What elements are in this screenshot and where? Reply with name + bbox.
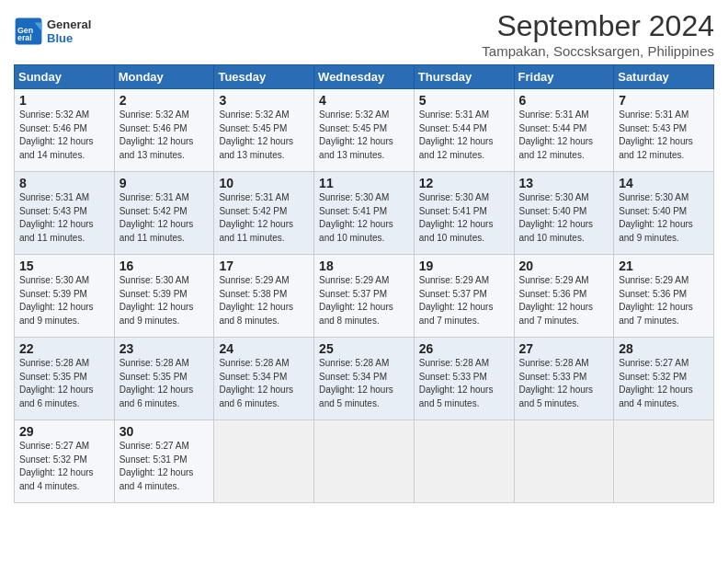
table-row: 3Sunrise: 5:32 AM Sunset: 5:45 PM Daylig… xyxy=(214,89,314,172)
location-title: Tampakan, Soccsksargen, Philippines xyxy=(482,43,714,59)
calendar-header-row: Sunday Monday Tuesday Wednesday Thursday… xyxy=(15,65,714,89)
day-number: 27 xyxy=(519,341,609,356)
table-row: 19Sunrise: 5:29 AM Sunset: 5:37 PM Dayli… xyxy=(414,255,514,338)
day-number: 30 xyxy=(119,424,210,439)
calendar-table: Sunday Monday Tuesday Wednesday Thursday… xyxy=(14,64,714,503)
day-info: Sunrise: 5:32 AM Sunset: 5:46 PM Dayligh… xyxy=(19,109,109,162)
day-number: 16 xyxy=(119,259,210,273)
day-number: 25 xyxy=(319,341,409,356)
table-row: 17Sunrise: 5:29 AM Sunset: 5:38 PM Dayli… xyxy=(214,255,314,338)
calendar-week-row: 1Sunrise: 5:32 AM Sunset: 5:46 PM Daylig… xyxy=(15,89,714,172)
table-row: 7Sunrise: 5:31 AM Sunset: 5:43 PM Daylig… xyxy=(614,89,714,172)
calendar-week-row: 8Sunrise: 5:31 AM Sunset: 5:43 PM Daylig… xyxy=(15,172,714,255)
table-row xyxy=(314,420,415,503)
day-info: Sunrise: 5:29 AM Sunset: 5:38 PM Dayligh… xyxy=(219,274,309,327)
logo-line2: Blue xyxy=(47,31,91,45)
table-row: 1Sunrise: 5:32 AM Sunset: 5:46 PM Daylig… xyxy=(15,89,115,172)
day-number: 24 xyxy=(219,341,309,356)
col-saturday: Saturday xyxy=(614,65,714,89)
table-row: 2Sunrise: 5:32 AM Sunset: 5:46 PM Daylig… xyxy=(114,89,214,172)
table-row: 18Sunrise: 5:29 AM Sunset: 5:37 PM Dayli… xyxy=(314,255,415,338)
table-row: 14Sunrise: 5:30 AM Sunset: 5:40 PM Dayli… xyxy=(614,172,714,255)
day-info: Sunrise: 5:30 AM Sunset: 5:40 PM Dayligh… xyxy=(619,191,709,245)
day-number: 17 xyxy=(219,259,309,273)
day-info: Sunrise: 5:30 AM Sunset: 5:41 PM Dayligh… xyxy=(419,191,509,245)
day-info: Sunrise: 5:31 AM Sunset: 5:43 PM Dayligh… xyxy=(619,109,709,162)
day-info: Sunrise: 5:31 AM Sunset: 5:44 PM Dayligh… xyxy=(419,109,509,162)
calendar-week-row: 29Sunrise: 5:27 AM Sunset: 5:32 PM Dayli… xyxy=(15,420,714,503)
table-row: 11Sunrise: 5:30 AM Sunset: 5:41 PM Dayli… xyxy=(314,172,415,255)
table-row: 29Sunrise: 5:27 AM Sunset: 5:32 PM Dayli… xyxy=(15,420,115,503)
day-number: 20 xyxy=(519,259,609,273)
table-row: 30Sunrise: 5:27 AM Sunset: 5:31 PM Dayli… xyxy=(114,420,214,503)
day-info: Sunrise: 5:29 AM Sunset: 5:36 PM Dayligh… xyxy=(619,274,709,327)
day-number: 10 xyxy=(219,176,309,190)
table-row: 24Sunrise: 5:28 AM Sunset: 5:34 PM Dayli… xyxy=(214,338,314,420)
table-row: 8Sunrise: 5:31 AM Sunset: 5:43 PM Daylig… xyxy=(15,172,115,255)
day-info: Sunrise: 5:32 AM Sunset: 5:46 PM Dayligh… xyxy=(119,109,210,162)
day-number: 8 xyxy=(19,176,109,190)
day-info: Sunrise: 5:28 AM Sunset: 5:34 PM Dayligh… xyxy=(219,357,309,410)
table-row: 22Sunrise: 5:28 AM Sunset: 5:35 PM Dayli… xyxy=(15,338,115,420)
page-header: Gen eral General Blue September 2024 Tam… xyxy=(14,9,714,59)
day-number: 2 xyxy=(119,93,210,108)
day-number: 5 xyxy=(419,93,509,108)
day-number: 12 xyxy=(419,176,509,190)
day-info: Sunrise: 5:30 AM Sunset: 5:39 PM Dayligh… xyxy=(119,274,210,327)
day-number: 18 xyxy=(319,259,409,273)
day-info: Sunrise: 5:28 AM Sunset: 5:34 PM Dayligh… xyxy=(319,357,409,410)
day-info: Sunrise: 5:30 AM Sunset: 5:39 PM Dayligh… xyxy=(19,274,109,327)
day-number: 28 xyxy=(619,341,709,356)
day-info: Sunrise: 5:32 AM Sunset: 5:45 PM Dayligh… xyxy=(319,109,409,162)
day-info: Sunrise: 5:31 AM Sunset: 5:42 PM Dayligh… xyxy=(119,191,210,245)
day-number: 11 xyxy=(319,176,409,190)
logo-icon: Gen eral xyxy=(14,17,43,46)
day-info: Sunrise: 5:28 AM Sunset: 5:35 PM Dayligh… xyxy=(119,357,210,410)
day-number: 9 xyxy=(119,176,210,190)
col-tuesday: Tuesday xyxy=(214,65,314,89)
day-number: 19 xyxy=(419,259,509,273)
day-info: Sunrise: 5:27 AM Sunset: 5:32 PM Dayligh… xyxy=(19,440,109,493)
title-block: September 2024 Tampakan, Soccsksargen, P… xyxy=(482,9,714,59)
day-number: 21 xyxy=(619,259,709,273)
col-thursday: Thursday xyxy=(414,65,514,89)
day-info: Sunrise: 5:27 AM Sunset: 5:32 PM Dayligh… xyxy=(619,357,709,410)
table-row: 16Sunrise: 5:30 AM Sunset: 5:39 PM Dayli… xyxy=(114,255,214,338)
table-row: 9Sunrise: 5:31 AM Sunset: 5:42 PM Daylig… xyxy=(114,172,214,255)
table-row: 4Sunrise: 5:32 AM Sunset: 5:45 PM Daylig… xyxy=(314,89,415,172)
table-row: 21Sunrise: 5:29 AM Sunset: 5:36 PM Dayli… xyxy=(614,255,714,338)
table-row: 10Sunrise: 5:31 AM Sunset: 5:42 PM Dayli… xyxy=(214,172,314,255)
day-info: Sunrise: 5:31 AM Sunset: 5:42 PM Dayligh… xyxy=(219,191,309,245)
table-row: 20Sunrise: 5:29 AM Sunset: 5:36 PM Dayli… xyxy=(514,255,614,338)
day-info: Sunrise: 5:30 AM Sunset: 5:41 PM Dayligh… xyxy=(319,191,409,245)
day-info: Sunrise: 5:32 AM Sunset: 5:45 PM Dayligh… xyxy=(219,109,309,162)
table-row xyxy=(414,420,514,503)
table-row xyxy=(214,420,314,503)
col-monday: Monday xyxy=(114,65,214,89)
day-number: 3 xyxy=(219,93,309,108)
day-number: 22 xyxy=(19,341,109,356)
calendar-week-row: 22Sunrise: 5:28 AM Sunset: 5:35 PM Dayli… xyxy=(15,338,714,420)
table-row: 23Sunrise: 5:28 AM Sunset: 5:35 PM Dayli… xyxy=(114,338,214,420)
day-number: 26 xyxy=(419,341,509,356)
day-number: 14 xyxy=(619,176,709,190)
day-info: Sunrise: 5:27 AM Sunset: 5:31 PM Dayligh… xyxy=(119,440,210,493)
day-info: Sunrise: 5:28 AM Sunset: 5:33 PM Dayligh… xyxy=(519,357,609,410)
table-row: 26Sunrise: 5:28 AM Sunset: 5:33 PM Dayli… xyxy=(414,338,514,420)
day-info: Sunrise: 5:31 AM Sunset: 5:43 PM Dayligh… xyxy=(19,191,109,245)
table-row: 28Sunrise: 5:27 AM Sunset: 5:32 PM Dayli… xyxy=(614,338,714,420)
day-info: Sunrise: 5:29 AM Sunset: 5:37 PM Dayligh… xyxy=(419,274,509,327)
day-number: 15 xyxy=(19,259,109,273)
table-row: 5Sunrise: 5:31 AM Sunset: 5:44 PM Daylig… xyxy=(414,89,514,172)
col-sunday: Sunday xyxy=(15,65,115,89)
table-row: 27Sunrise: 5:28 AM Sunset: 5:33 PM Dayli… xyxy=(514,338,614,420)
table-row: 15Sunrise: 5:30 AM Sunset: 5:39 PM Dayli… xyxy=(15,255,115,338)
calendar-week-row: 15Sunrise: 5:30 AM Sunset: 5:39 PM Dayli… xyxy=(15,255,714,338)
col-friday: Friday xyxy=(514,65,614,89)
day-info: Sunrise: 5:29 AM Sunset: 5:36 PM Dayligh… xyxy=(519,274,609,327)
table-row: 6Sunrise: 5:31 AM Sunset: 5:44 PM Daylig… xyxy=(514,89,614,172)
table-row: 13Sunrise: 5:30 AM Sunset: 5:40 PM Dayli… xyxy=(514,172,614,255)
day-info: Sunrise: 5:31 AM Sunset: 5:44 PM Dayligh… xyxy=(519,109,609,162)
day-number: 7 xyxy=(619,93,709,108)
day-number: 29 xyxy=(19,424,109,439)
